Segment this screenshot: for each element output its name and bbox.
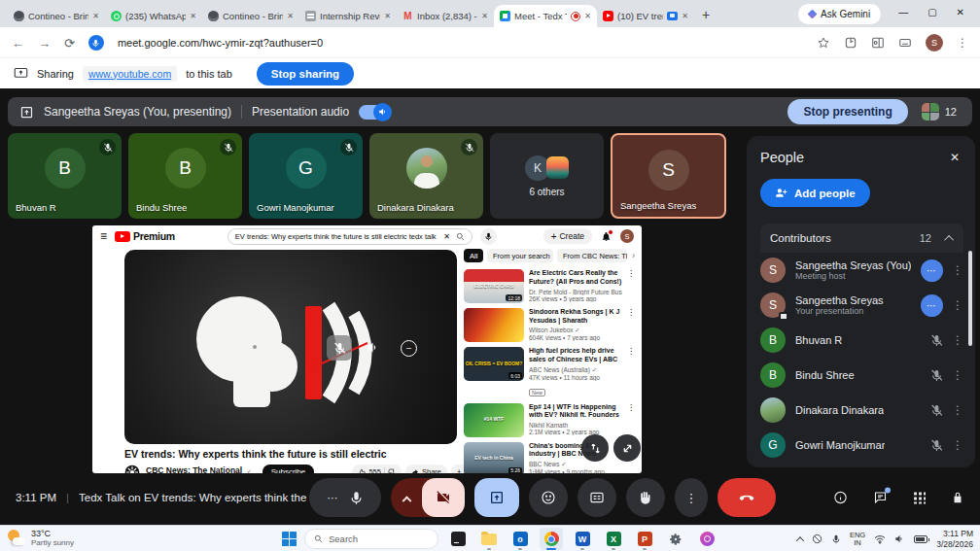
taskbar-app-chrome[interactable] bbox=[540, 528, 563, 550]
suggestion-menu-icon[interactable]: ⋮ bbox=[627, 308, 635, 342]
tab-contineo-2[interactable]: Contineo - Bringi ✕ bbox=[202, 5, 299, 27]
tile-dinakara[interactable]: Dinakara Dinakara bbox=[369, 133, 483, 219]
forward-icon[interactable]: → bbox=[38, 36, 51, 51]
participant-menu-icon[interactable]: ⋮ bbox=[952, 403, 963, 417]
filter-chip-all[interactable]: All bbox=[464, 249, 483, 262]
taskbar-clock[interactable]: 3:11 PM 3/28/2026 bbox=[936, 529, 973, 548]
participant-menu-icon[interactable]: ⋮ bbox=[952, 298, 963, 312]
tile-bindu[interactable]: B Bindu Shree bbox=[128, 133, 242, 219]
participant-row[interactable]: B Bindu Shree ⋮ bbox=[760, 358, 963, 393]
suggested-video[interactable]: ELECTRIC CARS 12:18 Are Electric Cars Re… bbox=[464, 269, 635, 303]
tile-others[interactable]: K 6 others bbox=[490, 133, 604, 219]
side-panel-icon[interactable] bbox=[871, 36, 885, 50]
mic-options-icon[interactable]: ⋯ bbox=[328, 492, 339, 504]
stop-presenting-button[interactable]: Stop presenting bbox=[788, 99, 907, 124]
subscribe-button[interactable]: Subscribe bbox=[262, 465, 315, 473]
minimize-button[interactable]: — bbox=[898, 7, 908, 17]
battery-icon[interactable] bbox=[914, 535, 928, 543]
youtube-premium-logo[interactable]: Premium bbox=[115, 230, 175, 242]
tab-close-icon[interactable]: ✕ bbox=[92, 12, 99, 20]
language-switcher[interactable]: ENG IN bbox=[850, 532, 865, 547]
stop-sharing-button[interactable]: Stop sharing bbox=[257, 62, 354, 86]
clear-search-icon[interactable]: ✕ bbox=[443, 232, 450, 241]
voice-search-icon[interactable] bbox=[480, 228, 497, 245]
contributors-section-header[interactable]: Contributors 12 bbox=[760, 224, 963, 253]
tab-internship[interactable]: Internship Review ✕ bbox=[299, 5, 397, 27]
captions-button[interactable] bbox=[578, 478, 616, 517]
present-now-button[interactable] bbox=[474, 478, 519, 517]
camera-off-button[interactable] bbox=[422, 478, 465, 517]
leave-call-button[interactable] bbox=[718, 478, 776, 517]
wifi-icon[interactable] bbox=[874, 534, 886, 544]
raise-hand-button[interactable] bbox=[626, 478, 665, 517]
thumb-up-icon[interactable] bbox=[358, 468, 366, 474]
tab-close-icon[interactable]: ✕ bbox=[584, 12, 591, 20]
filter-chip-channel[interactable]: From CBC News: The bbox=[557, 249, 627, 262]
channel-logo[interactable] bbox=[124, 465, 140, 474]
participants-cluster[interactable]: 12 bbox=[922, 103, 957, 121]
more-options-pill-icon[interactable]: ⋯ bbox=[921, 259, 943, 282]
start-button[interactable] bbox=[282, 532, 297, 546]
profile-avatar[interactable]: S bbox=[926, 34, 943, 52]
mic-icon[interactable] bbox=[349, 491, 364, 505]
tab-youtube[interactable]: (10) EV trends ✕ bbox=[597, 5, 694, 27]
participant-menu-icon[interactable]: ⋮ bbox=[952, 368, 963, 382]
camera-control[interactable] bbox=[391, 478, 465, 517]
suggested-video[interactable]: Sindoora Rekha Songs | K J Yesudas | Sha… bbox=[464, 308, 635, 342]
youtube-search-box[interactable]: EV trends: Why experts think the future … bbox=[228, 228, 472, 245]
swap-presentation-button[interactable] bbox=[581, 434, 609, 462]
panel-scrollbar[interactable] bbox=[968, 251, 972, 346]
participant-menu-icon[interactable]: ⋮ bbox=[952, 333, 963, 347]
suggestion-menu-icon[interactable]: ⋮ bbox=[627, 269, 635, 303]
reload-icon[interactable]: ⟳ bbox=[64, 36, 75, 51]
participant-menu-icon[interactable]: ⋮ bbox=[952, 263, 963, 277]
suggestion-menu-icon[interactable]: ⋮ bbox=[627, 403, 635, 437]
more-options-pill-icon[interactable]: ⋯ bbox=[921, 294, 943, 317]
presentation-audio-toggle[interactable] bbox=[359, 105, 390, 120]
tab-close-icon[interactable]: ✕ bbox=[287, 12, 294, 20]
maximize-button[interactable]: ▢ bbox=[928, 7, 936, 17]
taskbar-app-powerpoint[interactable]: P bbox=[633, 528, 656, 550]
participant-menu-icon[interactable]: ⋮ bbox=[952, 438, 963, 452]
video-player[interactable]: – bbox=[124, 250, 457, 444]
tile-bhuvan[interactable]: B Bhuvan R bbox=[8, 133, 122, 219]
tile-gowri[interactable]: G Gowri Manojkumar bbox=[249, 133, 363, 219]
do-not-disturb-icon[interactable] bbox=[812, 534, 822, 544]
bookmark-star-icon[interactable] bbox=[817, 36, 830, 50]
participant-row[interactable]: Dinakara Dinakara ⋮ bbox=[760, 393, 963, 428]
ask-gemini-button[interactable]: Ask Gemini bbox=[798, 4, 881, 24]
tab-close-icon[interactable]: ✕ bbox=[481, 12, 488, 20]
camera-options-icon[interactable] bbox=[391, 495, 422, 501]
add-people-button[interactable]: Add people bbox=[760, 179, 870, 207]
tab-close-icon[interactable]: ✕ bbox=[682, 12, 688, 20]
close-window-button[interactable]: ✕ bbox=[957, 7, 964, 17]
filter-chip-search[interactable]: From your search bbox=[487, 249, 553, 262]
host-controls-lock-icon[interactable] bbox=[951, 491, 964, 504]
shared-presentation[interactable]: ≡ Premium EV trends: Why experts think t… bbox=[92, 225, 642, 473]
taskbar-app-snipping-tool[interactable] bbox=[695, 528, 718, 550]
new-tab-button[interactable]: + bbox=[702, 7, 710, 22]
participant-row[interactable]: S Sangeetha Sreyas Your presentation ⋯ ⋮ bbox=[760, 288, 963, 323]
suggestion-menu-icon[interactable]: ⋮ bbox=[627, 347, 635, 398]
taskbar-app-settings[interactable] bbox=[664, 528, 687, 550]
tab-contineo-1[interactable]: Contineo - Bringi ✕ bbox=[8, 5, 105, 27]
player-volume-icon[interactable] bbox=[366, 340, 380, 355]
notifications-bell-icon[interactable] bbox=[601, 231, 612, 242]
weather-widget[interactable]: 33°C Partly sunny bbox=[7, 529, 74, 547]
tab-gmail-inbox[interactable]: M Inbox (2,834) - sa ✕ bbox=[397, 5, 494, 27]
browser-menu-icon[interactable]: ⋮ bbox=[957, 36, 968, 50]
player-remove-icon[interactable]: – bbox=[401, 340, 417, 357]
tab-mic-access-icon[interactable] bbox=[88, 35, 104, 51]
show-hidden-icons[interactable] bbox=[796, 536, 804, 544]
tab-close-icon[interactable]: ✕ bbox=[384, 12, 391, 20]
tray-mic-icon[interactable] bbox=[831, 534, 841, 544]
tile-sangeetha-active-speaker[interactable]: S Sangeetha Sreyas bbox=[611, 133, 726, 219]
participant-row[interactable]: S Sangeetha Sreyas (You) Meeting host ⋯ … bbox=[760, 253, 963, 288]
activities-grid-icon[interactable] bbox=[913, 492, 926, 504]
like-dislike-pill[interactable]: 555 bbox=[352, 465, 402, 473]
taskbar-app-word[interactable]: W bbox=[571, 528, 594, 550]
more-options-button[interactable]: ⋮ bbox=[675, 478, 708, 517]
expand-presentation-button[interactable] bbox=[613, 434, 641, 462]
taskbar-app-file-explorer[interactable] bbox=[477, 528, 501, 550]
suggested-video[interactable]: #14 WTF Ep# 14 | WTF is Happening with E… bbox=[464, 403, 635, 437]
